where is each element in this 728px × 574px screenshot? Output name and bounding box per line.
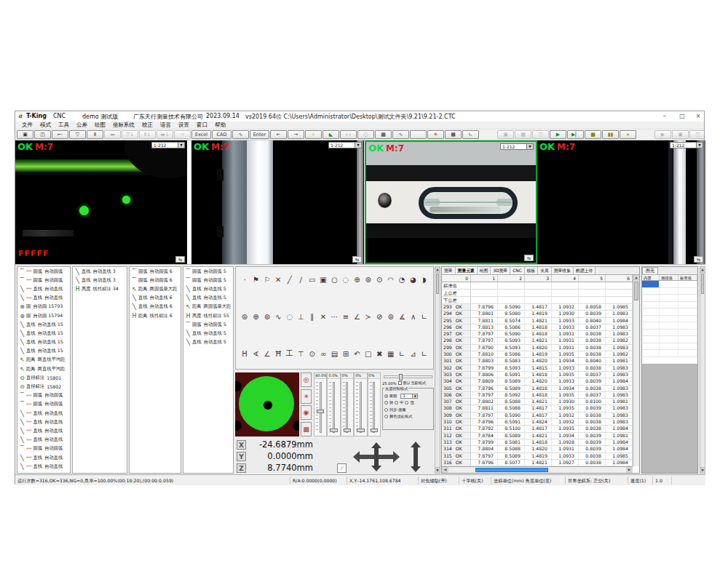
delete-icon[interactable]: ✖ (374, 348, 384, 359)
pan-icon[interactable]: ⇆ (175, 256, 185, 263)
toolbar-chart-icon[interactable]: ∟ (462, 130, 479, 139)
coord-set-3-icon[interactable]: ∟ (419, 348, 430, 359)
element-row[interactable] (642, 330, 697, 337)
measure-item[interactable]: ╲***直线自动直线 (17, 418, 70, 426)
result-row-315[interactable]: 315OK7.87978.50891.48191.09330.80381.098… (442, 453, 633, 460)
undo-icon[interactable]: ↶ (352, 348, 362, 359)
element-row[interactable] (642, 281, 697, 288)
measure-item[interactable]: ⊖直径标注15801 (17, 373, 70, 382)
range-select[interactable]: 1-212▼ (328, 142, 362, 148)
arc-auto-icon[interactable]: ◔ (397, 274, 407, 284)
measure-item[interactable]: ╲直线自动直线 5 (183, 294, 233, 303)
keyboard-icon[interactable]: ▤ (330, 348, 340, 359)
pan-icon[interactable]: ⇆ (524, 255, 534, 261)
menu-item-10[interactable]: 窗口 (193, 121, 211, 129)
right-angle-icon[interactable]: ∟ (419, 311, 430, 322)
menu-item-2[interactable]: 模式 (36, 121, 55, 129)
minimize-button[interactable]: – (659, 113, 670, 119)
light-slider-2[interactable]: 0.0% (327, 372, 340, 437)
toolbar-laser-star-icon[interactable]: ✳ (427, 130, 444, 139)
menu-item-3[interactable]: 工具 (55, 121, 73, 129)
measure-item[interactable]: ⊖直径标注15802 (17, 382, 70, 391)
toolbar-arrow-right-icon[interactable]: → (288, 130, 304, 139)
result-row-294[interactable]: 294OK7.88018.50801.48191.09300.80391.098… (442, 311, 633, 317)
results-tab-4[interactable]: 3D测量 (491, 267, 510, 274)
range-select[interactable]: 1-212▼ (500, 143, 534, 150)
result-row-310[interactable]: 310OK7.87968.50911.48241.09320.80381.098… (442, 419, 633, 426)
result-row-300[interactable]: 300OK7.88108.50861.48191.09350.80381.098… (442, 351, 633, 358)
point-set-icon[interactable]: ⋯ (330, 311, 340, 322)
measure-item[interactable]: ╲***直线自动直线 (17, 462, 70, 471)
toolbar-arrow-left-icon[interactable]: ← (270, 130, 287, 139)
chevron-down-icon[interactable]: ▼ (412, 394, 417, 398)
result-row-311[interactable]: 311OK7.87928.51001.48171.09350.80381.098… (442, 426, 633, 432)
toolbar-run-icon[interactable]: » (620, 130, 636, 139)
toolbar-open-icon[interactable]: ◫ (34, 130, 51, 139)
toolbar-blank-icon[interactable] (410, 130, 427, 139)
results-tab-1[interactable]: 测量 (442, 267, 456, 274)
measure-item[interactable]: ╲直线自动直线 5 (183, 284, 233, 293)
toolbar-excel-export-button[interactable]: Excel (191, 130, 211, 139)
arc-tool-icon[interactable]: ◠ (386, 274, 396, 284)
results-vscrollbar[interactable]: ▲ (633, 275, 639, 466)
measure-item[interactable]: ╲直线自动直线 5 (183, 338, 233, 347)
pan-icon[interactable]: ⇆ (694, 256, 703, 263)
measure-item[interactable]: ⊕圆自动圆 15794 (17, 311, 70, 320)
toolbar-play-step-icon[interactable]: ▶ (550, 130, 566, 139)
measure-item[interactable]: H距离线性标注 6 (130, 311, 181, 320)
toolbar-pattern-icon[interactable]: ▩ (375, 130, 392, 139)
radio-level-中[interactable] (395, 401, 398, 404)
measure-item[interactable]: ╲直线自动直线 15 (17, 329, 70, 338)
distance-tool-icon[interactable]: H (240, 348, 250, 359)
element-row[interactable] (642, 295, 697, 302)
angle-3pt-icon[interactable]: ∡ (397, 311, 407, 322)
measure-item[interactable]: ╲直线自动直线 5 (183, 329, 233, 338)
perpendicular-icon[interactable]: ⊥ (296, 311, 306, 322)
right-scrollbar[interactable]: ▲ ▼ (700, 266, 705, 474)
calculator-icon[interactable]: ▦ (386, 348, 396, 359)
scroll-down-icon[interactable]: ▼ (435, 467, 440, 473)
ring-light-indicator[interactable] (235, 372, 299, 437)
toolbar-light-bulb-icon[interactable]: ☼ (305, 130, 322, 139)
ellipse-tool-icon[interactable]: ◗ (419, 274, 430, 284)
element-row[interactable] (642, 336, 697, 343)
result-row-306[interactable]: 306OK7.87978.50921.48181.09350.80371.098… (442, 392, 633, 399)
measure-item[interactable]: ⌒***圆弧自动圆弧 (17, 276, 70, 284)
circle-circle-icon[interactable]: ⊜ (386, 311, 396, 322)
result-row-307[interactable]: 307OK7.88028.50881.48211.09300.81001.098… (442, 399, 633, 405)
result-row-295[interactable]: 295OK7.88118.50741.48211.09330.80401.098… (442, 318, 633, 324)
result-row-313[interactable]: 313OK7.87998.50811.48181.09280.80391.098… (442, 439, 633, 446)
width-tool-icon[interactable]: 工 (285, 348, 295, 359)
measure-item[interactable]: ↖距离两直线平均距 (17, 356, 70, 364)
pick-flag-icon[interactable]: ⚑ (250, 274, 261, 284)
angle-4pt-icon[interactable]: ∧ (408, 311, 419, 322)
range-select[interactable]: 1-212▼ (151, 142, 185, 148)
toolbar-stop-icon[interactable]: ■ (585, 130, 601, 139)
chevron-down-icon[interactable]: ▼ (355, 143, 361, 148)
measure-item[interactable]: ⌒***圆弧自动圆弧 (17, 400, 70, 409)
chevron-down-icon[interactable]: ▼ (178, 143, 184, 148)
coord-set-2-icon[interactable]: ⊿ (408, 348, 419, 359)
toolbar-enter-button[interactable]: Enter (250, 130, 269, 139)
tab-element[interactable]: 图元 (642, 267, 658, 274)
line-2pt-icon[interactable]: ∕ (296, 274, 306, 284)
result-row-316[interactable]: 316OK7.87968.50771.48211.09270.80381.098… (442, 460, 633, 466)
measure-item[interactable]: ╲直线自动直线 15 (17, 338, 70, 347)
measure-item[interactable]: ↖距离两圆弧最大距 (130, 284, 181, 293)
result-row-297[interactable]: 297OK7.87978.50901.48181.09310.80381.098… (442, 331, 633, 338)
toolbar-curve-chart-icon[interactable]: ∿ (392, 130, 409, 139)
measure-item[interactable]: ⌒圆弧自动圆弧 6 (130, 267, 181, 276)
coord-set-1-icon[interactable]: ∟ (397, 348, 407, 359)
camera-view-3-selected[interactable]: OK M:7 1-212▼ ⇆ (365, 140, 537, 264)
results-tab-9[interactable]: 数据上传 (574, 267, 596, 274)
toolbar-plot-pen-icon[interactable]: ∿ (232, 130, 249, 139)
circle-tool-icon[interactable]: ○ (330, 274, 340, 284)
result-row-293[interactable]: 293OK7.87968.50901.48171.09320.80581.098… (442, 304, 633, 311)
toolbar-cad-export-button[interactable]: CAD (212, 130, 232, 139)
toolbar-play-to-end-icon[interactable]: ▶▏ (567, 130, 584, 139)
menu-item-9[interactable]: 设置 (175, 121, 193, 129)
measure-item[interactable]: ⌒圆弧自动圆弧 5 (183, 320, 233, 329)
result-row-302[interactable]: 302OK7.87998.50931.48151.09330.80381.098… (442, 365, 633, 372)
result-row-303[interactable]: 303OK7.88068.50911.48181.09350.80371.098… (442, 372, 633, 378)
camera-view-1[interactable]: OK M:7 1-212▼ FFFFF ⇆ (15, 140, 187, 264)
